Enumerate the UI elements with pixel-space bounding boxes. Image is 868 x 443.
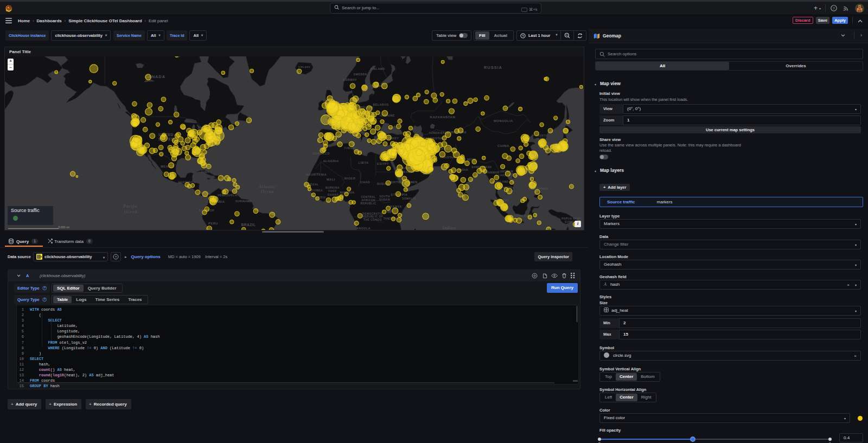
svg-text:Indian: Indian <box>442 226 456 230</box>
svg-text:FINLAND: FINLAND <box>371 67 385 70</box>
svg-text:NORTH: NORTH <box>538 134 548 137</box>
svg-text:BELARUS: BELARUS <box>373 103 388 106</box>
svg-text:Ocean: Ocean <box>261 189 275 194</box>
svg-text:SURINAME: SURINAME <box>235 200 252 203</box>
svg-text:VENEZUELA: VENEZUELA <box>218 194 238 197</box>
svg-text:MALI: MALI <box>327 178 335 181</box>
svg-text:FASO: FASO <box>328 190 336 192</box>
svg-text:LIBERIA: LIBERIA <box>313 196 326 199</box>
svg-text:BURKINA: BURKINA <box>326 187 340 189</box>
svg-text:?: ? <box>115 254 117 258</box>
svg-text:PAPUA NEW: PAPUA NEW <box>561 217 580 220</box>
svg-text:SOMALIA: SOMALIA <box>402 197 416 200</box>
svg-text:Atlantic: Atlantic <box>258 184 276 189</box>
svg-text:THE CONGO: THE CONGO <box>363 219 382 221</box>
svg-text:?: ? <box>43 298 45 301</box>
svg-text:GUINEA: GUINEA <box>311 189 323 192</box>
svg-text:AFRICAN: AFRICAN <box>361 199 375 202</box>
svg-text:EGYPT: EGYPT <box>377 162 389 165</box>
svg-text:NIGER: NIGER <box>344 177 356 180</box>
svg-text:SWEDEN: SWEDEN <box>354 73 367 76</box>
svg-text:Pacific: Pacific <box>123 204 138 209</box>
svg-text:BRAZIL: BRAZIL <box>241 223 256 227</box>
svg-text:?: ? <box>833 7 835 10</box>
svg-text:ICELAND: ICELAND <box>298 66 311 68</box>
svg-text:Ocean: Ocean <box>124 209 138 214</box>
svg-text:?: ? <box>43 287 45 290</box>
svg-text:RUSSIA: RUSSIA <box>484 65 502 70</box>
svg-text:TUNISIA: TUNISIA <box>344 147 356 150</box>
svg-text:MONGOLIA: MONGOLIA <box>494 119 513 123</box>
svg-text:CUBA: CUBA <box>201 171 209 174</box>
svg-text:REPUBLIC OF: REPUBLIC OF <box>362 215 384 218</box>
svg-text:CHAD: CHAD <box>360 181 370 184</box>
svg-text:SOUTH: SOUTH <box>379 195 390 198</box>
svg-text:MAURITANIA: MAURITANIA <box>306 173 327 176</box>
svg-text:GHANA: GHANA <box>328 194 339 196</box>
svg-text:CENTRAL: CENTRAL <box>361 196 376 198</box>
svg-text:PERU: PERU <box>208 222 218 225</box>
svg-text:NORWAY: NORWAY <box>343 78 357 81</box>
svg-text:REPUBLIC: REPUBLIC <box>361 202 376 205</box>
svg-text:ALGERIA: ALGERIA <box>323 159 339 163</box>
svg-text:CHINA: CHINA <box>497 144 509 147</box>
svg-text:KAZAKHSTAN: KAZAKHSTAN <box>430 115 456 119</box>
svg-text:LIBYA: LIBYA <box>358 161 368 164</box>
svg-text:SUDAN: SUDAN <box>379 198 390 201</box>
svg-text:ANGOLA: ANGOLA <box>356 227 371 230</box>
